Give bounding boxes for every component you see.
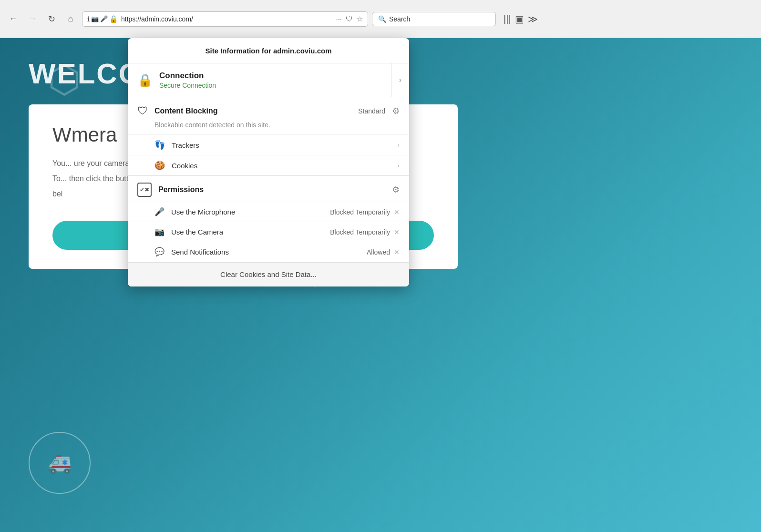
microphone-clear-button[interactable]: ✕: [394, 208, 400, 216]
pocket-icon[interactable]: 🛡: [346, 15, 353, 23]
mic-blocked-icon: 🎤: [100, 15, 108, 22]
permissions-header: ✔✖ Permissions ⚙: [128, 176, 409, 202]
notifications-label: Send Notifications: [171, 248, 367, 256]
cookies-chevron-icon: ›: [397, 162, 400, 169]
url-text: https://admin.coviu.com/: [121, 15, 333, 23]
trackers-label: Trackers: [172, 141, 397, 149]
notifications-clear-button[interactable]: ✕: [394, 248, 400, 256]
camera-status: Blocked Temporarily: [330, 228, 390, 236]
connection-status: Secure Connection: [159, 82, 381, 89]
camera-blocked-icon: 📷: [91, 15, 99, 22]
info-icon: ℹ: [87, 15, 90, 23]
permissions-title: Permissions: [158, 185, 385, 194]
permissions-gear-icon[interactable]: ⚙: [392, 184, 400, 195]
hex-deco: ⬡: [48, 57, 81, 102]
content-blocking-title: Content Blocking: [154, 107, 351, 115]
overflow-menu-icon[interactable]: ≫: [528, 13, 538, 25]
address-right-controls: ··· 🛡 ☆: [336, 15, 363, 23]
trackers-row[interactable]: 👣 Trackers ›: [128, 134, 409, 155]
microphone-label: Use the Microphone: [171, 208, 330, 216]
content-blocking-gear-icon[interactable]: ⚙: [392, 106, 400, 116]
search-bar[interactable]: 🔍 Search: [372, 12, 496, 26]
bookmark-icon[interactable]: ☆: [357, 15, 363, 23]
connection-arrow-button[interactable]: ›: [391, 63, 409, 97]
library-icon[interactable]: |||: [504, 13, 511, 24]
trackers-chevron-icon: ›: [397, 141, 400, 149]
browser-toolbar: ← → ↻ ⌂ ℹ 📷 🎤 🔒 https://admin.coviu.com/…: [0, 0, 761, 38]
lock-icon: 🔒: [109, 15, 118, 23]
microphone-permission-row: 🎤 Use the Microphone Blocked Temporarily…: [128, 202, 409, 222]
cookies-row[interactable]: 🍪 Cookies ›: [128, 155, 409, 175]
content-blocking-header: 🛡 Content Blocking Standard ⚙: [128, 97, 409, 121]
camera-clear-button[interactable]: ✕: [394, 228, 400, 236]
search-input[interactable]: Search: [389, 15, 410, 23]
cookies-label: Cookies: [172, 162, 397, 170]
sidebar-toggle-icon[interactable]: ▣: [515, 13, 524, 25]
more-options-icon[interactable]: ···: [336, 15, 342, 23]
content-blocking-section: 🛡 Content Blocking Standard ⚙ Blockable …: [128, 97, 409, 176]
microphone-icon: 🎤: [154, 207, 165, 217]
shield-icon: 🛡: [137, 105, 148, 117]
connection-main-row[interactable]: 🔒 Connection Secure Connection: [128, 63, 391, 97]
clear-cookies-button[interactable]: Clear Cookies and Site Data...: [128, 262, 409, 286]
address-bar[interactable]: ℹ 📷 🎤 🔒 https://admin.coviu.com/ ··· 🛡 ☆: [82, 11, 368, 27]
content-blocking-desc: Blockable content detected on this site.: [128, 121, 409, 134]
popup-header: Site Information for admin.coviu.com: [128, 38, 409, 63]
content-blocking-badge: Standard: [358, 107, 385, 115]
connection-section: 🔒 Connection Secure Connection ›: [128, 63, 409, 97]
notifications-icon: 💬: [154, 247, 165, 257]
connection-info: Connection Secure Connection: [159, 71, 381, 89]
forward-button[interactable]: →: [25, 11, 40, 27]
reload-button[interactable]: ↻: [44, 11, 59, 27]
camera-label: Use the Camera: [171, 228, 330, 236]
camera-permission-row: 📷 Use the Camera Blocked Temporarily ✕: [128, 222, 409, 242]
site-info-popup: Site Information for admin.coviu.com 🔒 C…: [128, 38, 409, 286]
address-bar-icons: ℹ 📷 🎤 🔒: [87, 15, 118, 23]
popup-header-text: Site Information for admin.coviu.com: [205, 47, 331, 55]
ambulance-deco: 🚑: [29, 432, 91, 494]
toolbar-right: ||| ▣ ≫: [504, 13, 538, 25]
permissions-icon: ✔✖: [137, 183, 152, 197]
back-button[interactable]: ←: [6, 11, 21, 27]
notifications-permission-row: 💬 Send Notifications Allowed ✕: [128, 242, 409, 262]
ambulance-icon: 🚑: [48, 452, 72, 474]
notifications-status: Allowed: [367, 248, 390, 256]
connection-lock-icon: 🔒: [137, 73, 153, 88]
trackers-icon: 👣: [154, 140, 165, 150]
home-button[interactable]: ⌂: [63, 11, 78, 27]
microphone-status: Blocked Temporarily: [330, 208, 390, 216]
cookies-icon: 🍪: [154, 160, 165, 171]
permissions-section: ✔✖ Permissions ⚙ 🎤 Use the Microphone Bl…: [128, 176, 409, 262]
camera-icon: 📷: [154, 227, 165, 237]
connection-chevron-icon: ›: [399, 76, 401, 84]
connection-title: Connection: [159, 71, 381, 81]
connection-row-wrapper: 🔒 Connection Secure Connection ›: [128, 63, 409, 97]
search-icon: 🔍: [378, 15, 386, 23]
clear-cookies-label: Clear Cookies and Site Data...: [220, 270, 317, 278]
